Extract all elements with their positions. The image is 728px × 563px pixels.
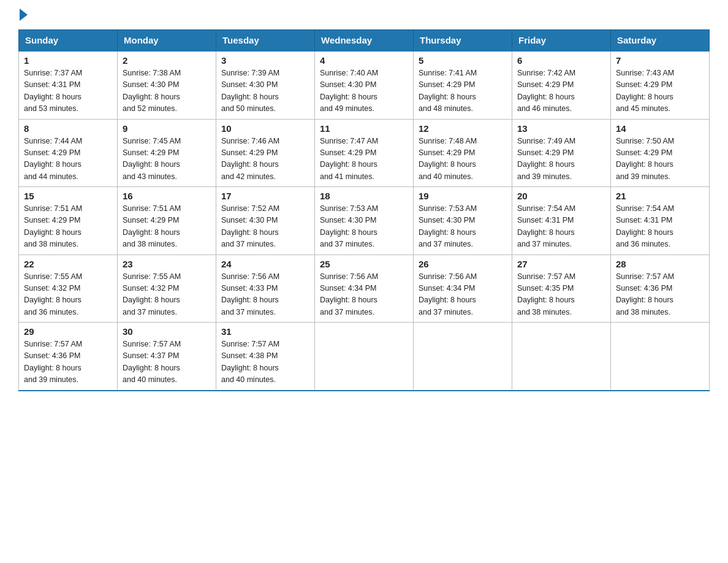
day-info: Sunrise: 7:42 AMSunset: 4:29 PMDaylight:… (517, 67, 605, 115)
day-info: Sunrise: 7:53 AMSunset: 4:30 PMDaylight:… (320, 203, 408, 251)
day-number: 23 (123, 259, 211, 269)
calendar-cell: 2Sunrise: 7:38 AMSunset: 4:30 PMDaylight… (118, 51, 216, 119)
day-number: 6 (517, 55, 605, 66)
calendar-cell: 8Sunrise: 7:44 AMSunset: 4:29 PMDaylight… (19, 119, 118, 187)
calendar-cell: 20Sunrise: 7:54 AMSunset: 4:31 PMDayligh… (512, 187, 611, 255)
calendar-cell: 26Sunrise: 7:56 AMSunset: 4:34 PMDayligh… (414, 255, 512, 323)
calendar-cell: 6Sunrise: 7:42 AMSunset: 4:29 PMDaylight… (512, 51, 611, 119)
calendar-table: SundayMondayTuesdayWednesdayThursdayFrid… (18, 29, 710, 391)
day-info: Sunrise: 7:57 AMSunset: 4:36 PMDaylight:… (616, 271, 704, 319)
calendar-cell: 14Sunrise: 7:50 AMSunset: 4:29 PMDayligh… (611, 119, 710, 187)
day-number: 19 (419, 191, 507, 201)
day-info: Sunrise: 7:55 AMSunset: 4:32 PMDaylight:… (123, 271, 211, 319)
day-number: 25 (320, 259, 408, 269)
calendar-cell: 16Sunrise: 7:51 AMSunset: 4:29 PMDayligh… (118, 187, 216, 255)
calendar-week-4: 22Sunrise: 7:55 AMSunset: 4:32 PMDayligh… (19, 255, 710, 323)
calendar-cell: 28Sunrise: 7:57 AMSunset: 4:36 PMDayligh… (611, 255, 710, 323)
calendar-cell: 19Sunrise: 7:53 AMSunset: 4:30 PMDayligh… (414, 187, 512, 255)
calendar-cell: 24Sunrise: 7:56 AMSunset: 4:33 PMDayligh… (216, 255, 315, 323)
calendar-cell: 18Sunrise: 7:53 AMSunset: 4:30 PMDayligh… (315, 187, 414, 255)
day-info: Sunrise: 7:37 AMSunset: 4:31 PMDaylight:… (24, 67, 112, 115)
calendar-cell: 13Sunrise: 7:49 AMSunset: 4:29 PMDayligh… (512, 119, 611, 187)
day-info: Sunrise: 7:57 AMSunset: 4:36 PMDaylight:… (24, 339, 112, 386)
day-number: 30 (123, 326, 211, 337)
day-info: Sunrise: 7:38 AMSunset: 4:30 PMDaylight:… (123, 67, 211, 115)
day-number: 21 (616, 191, 704, 201)
header-cell-tuesday: Tuesday (216, 30, 315, 52)
day-number: 1 (24, 55, 112, 66)
calendar-cell: 1Sunrise: 7:37 AMSunset: 4:31 PMDaylight… (19, 51, 118, 119)
day-number: 16 (123, 191, 211, 201)
calendar-cell (512, 323, 611, 391)
day-number: 12 (419, 123, 507, 134)
calendar-header: SundayMondayTuesdayWednesdayThursdayFrid… (19, 30, 710, 52)
calendar-week-1: 1Sunrise: 7:37 AMSunset: 4:31 PMDaylight… (19, 51, 710, 119)
day-info: Sunrise: 7:54 AMSunset: 4:31 PMDaylight:… (616, 203, 704, 251)
day-number: 2 (123, 55, 211, 66)
calendar-cell: 7Sunrise: 7:43 AMSunset: 4:29 PMDaylight… (611, 51, 710, 119)
calendar-cell: 11Sunrise: 7:47 AMSunset: 4:29 PMDayligh… (315, 119, 414, 187)
day-number: 9 (123, 123, 211, 134)
day-info: Sunrise: 7:53 AMSunset: 4:30 PMDaylight:… (419, 203, 507, 251)
calendar-body: 1Sunrise: 7:37 AMSunset: 4:31 PMDaylight… (19, 51, 710, 391)
day-info: Sunrise: 7:51 AMSunset: 4:29 PMDaylight:… (123, 203, 211, 251)
day-number: 13 (517, 123, 605, 134)
day-number: 3 (221, 55, 309, 66)
calendar-cell: 27Sunrise: 7:57 AMSunset: 4:35 PMDayligh… (512, 255, 611, 323)
day-info: Sunrise: 7:46 AMSunset: 4:29 PMDaylight:… (221, 136, 309, 183)
calendar-cell: 4Sunrise: 7:40 AMSunset: 4:30 PMDaylight… (315, 51, 414, 119)
calendar-cell (315, 323, 414, 391)
calendar-cell: 30Sunrise: 7:57 AMSunset: 4:37 PMDayligh… (118, 323, 216, 391)
day-number: 26 (419, 259, 507, 269)
header-cell-sunday: Sunday (19, 30, 118, 52)
day-info: Sunrise: 7:55 AMSunset: 4:32 PMDaylight:… (24, 271, 112, 319)
calendar-cell: 5Sunrise: 7:41 AMSunset: 4:29 PMDaylight… (414, 51, 512, 119)
day-info: Sunrise: 7:52 AMSunset: 4:30 PMDaylight:… (221, 203, 309, 251)
day-info: Sunrise: 7:39 AMSunset: 4:30 PMDaylight:… (221, 67, 309, 115)
day-info: Sunrise: 7:43 AMSunset: 4:29 PMDaylight:… (616, 67, 704, 115)
calendar-cell: 9Sunrise: 7:45 AMSunset: 4:29 PMDaylight… (118, 119, 216, 187)
logo (18, 12, 28, 18)
calendar-cell: 23Sunrise: 7:55 AMSunset: 4:32 PMDayligh… (118, 255, 216, 323)
day-number: 15 (24, 191, 112, 201)
calendar-cell: 10Sunrise: 7:46 AMSunset: 4:29 PMDayligh… (216, 119, 315, 187)
header-cell-wednesday: Wednesday (315, 30, 414, 52)
calendar-cell: 21Sunrise: 7:54 AMSunset: 4:31 PMDayligh… (611, 187, 710, 255)
day-number: 29 (24, 326, 112, 337)
day-info: Sunrise: 7:57 AMSunset: 4:38 PMDaylight:… (221, 339, 309, 386)
day-info: Sunrise: 7:44 AMSunset: 4:29 PMDaylight:… (24, 136, 112, 183)
day-number: 4 (320, 55, 408, 66)
calendar-cell (414, 323, 512, 391)
day-number: 18 (320, 191, 408, 201)
day-info: Sunrise: 7:54 AMSunset: 4:31 PMDaylight:… (517, 203, 605, 251)
day-number: 11 (320, 123, 408, 134)
header-cell-saturday: Saturday (611, 30, 710, 52)
day-number: 7 (616, 55, 704, 66)
calendar-cell: 12Sunrise: 7:48 AMSunset: 4:29 PMDayligh… (414, 119, 512, 187)
day-number: 22 (24, 259, 112, 269)
day-number: 14 (616, 123, 704, 134)
day-info: Sunrise: 7:49 AMSunset: 4:29 PMDaylight:… (517, 136, 605, 183)
day-info: Sunrise: 7:41 AMSunset: 4:29 PMDaylight:… (419, 67, 507, 115)
day-number: 28 (616, 259, 704, 269)
header-cell-thursday: Thursday (414, 30, 512, 52)
calendar-cell: 31Sunrise: 7:57 AMSunset: 4:38 PMDayligh… (216, 323, 315, 391)
day-info: Sunrise: 7:56 AMSunset: 4:34 PMDaylight:… (419, 271, 507, 319)
calendar-cell: 3Sunrise: 7:39 AMSunset: 4:30 PMDaylight… (216, 51, 315, 119)
day-info: Sunrise: 7:51 AMSunset: 4:29 PMDaylight:… (24, 203, 112, 251)
day-info: Sunrise: 7:47 AMSunset: 4:29 PMDaylight:… (320, 136, 408, 183)
calendar-week-2: 8Sunrise: 7:44 AMSunset: 4:29 PMDaylight… (19, 119, 710, 187)
day-number: 24 (221, 259, 309, 269)
day-info: Sunrise: 7:57 AMSunset: 4:35 PMDaylight:… (517, 271, 605, 319)
calendar-week-3: 15Sunrise: 7:51 AMSunset: 4:29 PMDayligh… (19, 187, 710, 255)
day-number: 20 (517, 191, 605, 201)
day-number: 17 (221, 191, 309, 201)
day-info: Sunrise: 7:57 AMSunset: 4:37 PMDaylight:… (123, 339, 211, 386)
calendar-cell (611, 323, 710, 391)
calendar-cell: 22Sunrise: 7:55 AMSunset: 4:32 PMDayligh… (19, 255, 118, 323)
header-cell-monday: Monday (118, 30, 216, 52)
day-number: 8 (24, 123, 112, 134)
day-number: 5 (419, 55, 507, 66)
calendar-cell: 25Sunrise: 7:56 AMSunset: 4:34 PMDayligh… (315, 255, 414, 323)
header-row: SundayMondayTuesdayWednesdayThursdayFrid… (19, 30, 710, 52)
